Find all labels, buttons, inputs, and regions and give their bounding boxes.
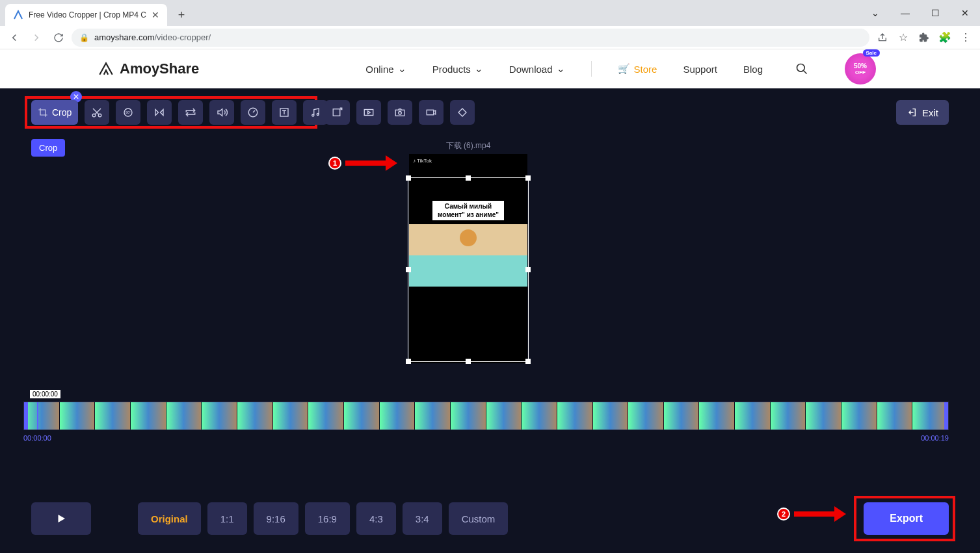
text-tool-button[interactable] [272, 100, 297, 125]
trim-handle-right[interactable] [944, 402, 948, 430]
ratio-16-9[interactable]: 16:9 [305, 502, 350, 535]
nav-blog[interactable]: Blog [743, 64, 763, 75]
flip-tool-button[interactable] [147, 100, 172, 125]
crop-handle-bm[interactable] [466, 359, 471, 364]
playhead-time: 00:00:00 [30, 390, 60, 398]
cut-tool-button[interactable] [85, 100, 109, 125]
dropdown-icon[interactable]: ⌄ [860, 0, 890, 26]
nav-store[interactable]: 🛒Store [618, 63, 657, 75]
menu-icon[interactable]: ⋮ [957, 29, 975, 47]
nav-download[interactable]: Download⌄ [509, 63, 565, 75]
url-text: amoyshare.com/video-cropper/ [94, 32, 211, 42]
star-icon[interactable]: ☆ [894, 29, 912, 47]
toolbar: Crop 90° [31, 100, 328, 125]
playhead[interactable] [37, 402, 38, 430]
crop-handle-tr[interactable] [525, 175, 531, 181]
extension-pinned-icon[interactable]: 🧩 [936, 29, 954, 47]
ratio-4-3[interactable]: 4:3 [356, 502, 396, 535]
annotation-arrow [345, 157, 397, 169]
screenshot-button[interactable] [388, 100, 412, 125]
share-icon[interactable] [873, 29, 892, 47]
window-controls: ⌄ — ☐ ✕ [860, 0, 980, 26]
chevron-down-icon: ⌄ [475, 63, 483, 75]
add-image-button[interactable] [325, 100, 350, 125]
play-button[interactable] [31, 502, 91, 535]
tag-button[interactable] [450, 100, 475, 125]
back-button[interactable] [5, 29, 23, 47]
close-window-icon[interactable]: ✕ [950, 0, 980, 26]
nav-products[interactable]: Products⌄ [432, 63, 483, 75]
svg-text:90°: 90° [126, 110, 131, 114]
nav-online[interactable]: Online⌄ [365, 63, 406, 75]
nav-support[interactable]: Support [683, 64, 717, 75]
crop-handle-ml[interactable] [406, 267, 411, 272]
extension-icon[interactable] [915, 29, 933, 47]
annotation-1: 1 [328, 157, 397, 170]
svg-rect-13 [427, 110, 434, 115]
ratio-9-16[interactable]: 9:16 [254, 502, 298, 535]
tab-favicon [13, 10, 23, 20]
address-bar: 🔒 amoyshare.com/video-cropper/ ☆ 🧩 ⋮ [0, 26, 980, 49]
timeline-track[interactable] [23, 402, 949, 430]
tiktok-watermark: ♪ TikTok [413, 158, 432, 164]
crop-handle-bl[interactable] [406, 359, 411, 364]
add-video-button[interactable] [356, 100, 381, 125]
tab-title: Free Video Cropper | Crop MP4 C [29, 10, 146, 19]
annotation-number: 1 [328, 157, 341, 170]
reload-button[interactable] [49, 29, 68, 47]
forward-button[interactable] [27, 29, 46, 47]
rotate-tool-button[interactable]: 90° [116, 100, 140, 125]
exit-button[interactable]: Exit [896, 100, 949, 125]
speed-tool-button[interactable] [241, 100, 265, 125]
search-button[interactable] [795, 62, 808, 75]
logo[interactable]: AmoyShare [98, 60, 199, 77]
browser-tab[interactable]: Free Video Cropper | Crop MP4 C ✕ [5, 4, 167, 26]
timeline-times: 00:00:00 00:00:19 [23, 434, 949, 442]
ratio-1-1[interactable]: 1:1 [207, 502, 247, 535]
timeline: 00:00:00 00:00:00 00:00:19 [23, 387, 949, 442]
chevron-down-icon: ⌄ [557, 63, 565, 75]
ratio-3-4[interactable]: 3:4 [403, 502, 442, 535]
svg-rect-11 [395, 110, 404, 116]
time-start: 00:00:00 [23, 434, 51, 442]
video-frame[interactable]: ♪ TikTok Самый милый момент" из аниме" [409, 154, 527, 363]
crop-handle-tl[interactable] [406, 175, 411, 181]
ratio-custom[interactable]: Custom [449, 502, 509, 535]
url-bar[interactable]: 🔒 amoyshare.com/video-cropper/ [72, 29, 869, 47]
video-preview: 下载 (6).mp4 ♪ TikTok Самый милый момент" … [406, 140, 530, 363]
sale-badge[interactable]: 50% OFF [845, 53, 876, 84]
exit-label: Exit [922, 107, 938, 118]
trim-handle-left[interactable] [24, 402, 28, 430]
site-header: AmoyShare Online⌄ Products⌄ Download⌄ 🛒S… [0, 49, 980, 88]
sale-percent: 50% [854, 62, 867, 70]
crop-handle-tm[interactable] [466, 175, 471, 181]
music-tool-button[interactable] [303, 100, 328, 125]
browser-title-bar: Free Video Cropper | Crop MP4 C ✕ + ⌄ — … [0, 0, 980, 26]
record-button[interactable] [419, 100, 444, 125]
annotation-2: 2 [777, 508, 846, 521]
minimize-icon[interactable]: — [890, 0, 920, 26]
loop-tool-button[interactable] [178, 100, 203, 125]
maximize-icon[interactable]: ☐ [920, 0, 950, 26]
crop-tooltip: Crop [31, 139, 65, 157]
filename: 下载 (6).mp4 [406, 140, 530, 151]
crop-handle-br[interactable] [525, 359, 531, 364]
crop-tool-button[interactable]: Crop [31, 100, 78, 125]
new-tab-button[interactable]: + [172, 6, 191, 24]
sale-off: OFF [855, 70, 866, 75]
svg-point-8 [317, 114, 319, 116]
annotation-arrow [794, 508, 846, 520]
chevron-down-icon: ⌄ [398, 63, 406, 75]
tab-close-icon[interactable]: ✕ [152, 10, 159, 20]
annotation-number: 2 [777, 508, 790, 521]
toolbar-secondary [325, 100, 475, 125]
ratio-original[interactable]: Original [138, 502, 201, 535]
export-button[interactable]: Export [864, 502, 949, 535]
crop-handle-mr[interactable] [525, 267, 531, 272]
volume-tool-button[interactable] [209, 100, 234, 125]
cart-icon: 🛒 [618, 63, 630, 75]
crop-label: Crop [52, 107, 72, 118]
svg-point-7 [312, 114, 314, 116]
svg-point-12 [399, 112, 402, 115]
crop-frame[interactable] [408, 177, 529, 362]
